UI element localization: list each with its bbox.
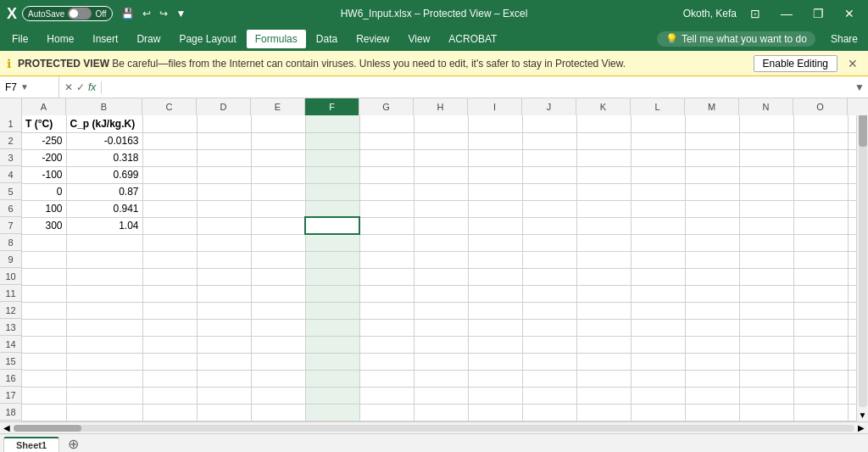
cell-O19[interactable] xyxy=(793,421,848,421)
cell-N6[interactable] xyxy=(739,200,793,217)
col-header-O[interactable]: O xyxy=(793,98,848,115)
cell-E12[interactable] xyxy=(251,302,305,319)
cell-E19[interactable] xyxy=(251,421,305,421)
cell-E18[interactable] xyxy=(251,404,305,421)
cell-F4[interactable] xyxy=(305,166,359,183)
cell-C17[interactable] xyxy=(142,387,197,404)
cell-C7[interactable] xyxy=(142,217,197,234)
col-header-B[interactable]: B xyxy=(66,98,142,115)
cell-A11[interactable] xyxy=(22,285,66,302)
cell-A16[interactable] xyxy=(22,370,66,387)
cell-B18[interactable] xyxy=(66,404,142,421)
row-header-2[interactable]: 2 xyxy=(0,132,21,149)
cell-N5[interactable] xyxy=(739,183,793,200)
cell-A5[interactable]: 0 xyxy=(22,183,66,200)
cell-M7[interactable] xyxy=(685,217,739,234)
share-button[interactable]: Share xyxy=(824,31,865,47)
enable-editing-button[interactable]: Enable Editing xyxy=(754,55,837,72)
cell-C2[interactable] xyxy=(142,132,197,149)
cell-C18[interactable] xyxy=(142,404,197,421)
cell-H14[interactable] xyxy=(414,336,468,353)
cell-F10[interactable] xyxy=(305,268,359,285)
cell-M16[interactable] xyxy=(685,370,739,387)
cell-F18[interactable] xyxy=(305,404,359,421)
cell-L2[interactable] xyxy=(631,132,685,149)
cell-F7[interactable] xyxy=(305,217,359,234)
cell-H19[interactable] xyxy=(414,421,468,421)
row-header-11[interactable]: 11 xyxy=(0,285,21,302)
cell-C9[interactable] xyxy=(142,251,197,268)
cell-D16[interactable] xyxy=(197,370,251,387)
cell-O10[interactable] xyxy=(793,268,848,285)
cell-I8[interactable] xyxy=(468,234,522,251)
cell-H5[interactable] xyxy=(414,183,468,200)
cell-D9[interactable] xyxy=(197,251,251,268)
cell-C10[interactable] xyxy=(142,268,197,285)
cell-K12[interactable] xyxy=(576,302,631,319)
cell-J14[interactable] xyxy=(522,336,576,353)
cell-M19[interactable] xyxy=(685,421,739,421)
cell-K3[interactable] xyxy=(576,149,631,166)
vertical-scrollbar[interactable]: ▲ ▼ xyxy=(856,115,868,421)
cell-O15[interactable] xyxy=(793,353,848,370)
cell-G17[interactable] xyxy=(359,387,414,404)
row-header-1[interactable]: 1 xyxy=(0,115,21,132)
cell-K10[interactable] xyxy=(576,268,631,285)
cell-G16[interactable] xyxy=(359,370,414,387)
cell-J1[interactable] xyxy=(522,115,576,132)
cell-E15[interactable] xyxy=(251,353,305,370)
cell-I1[interactable] xyxy=(468,115,522,132)
cell-N7[interactable] xyxy=(739,217,793,234)
cell-N2[interactable] xyxy=(739,132,793,149)
row-header-12[interactable]: 12 xyxy=(0,302,21,319)
scroll-left-button[interactable]: ◀ xyxy=(3,423,10,432)
cell-A10[interactable] xyxy=(22,268,66,285)
cell-L8[interactable] xyxy=(631,234,685,251)
cell-J9[interactable] xyxy=(522,251,576,268)
col-header-N[interactable]: N xyxy=(739,98,793,115)
row-header-7[interactable]: 7 xyxy=(0,217,21,234)
cell-B6[interactable]: 0.941 xyxy=(66,200,142,217)
cell-L14[interactable] xyxy=(631,336,685,353)
cell-B17[interactable] xyxy=(66,387,142,404)
cell-F5[interactable] xyxy=(305,183,359,200)
cell-F12[interactable] xyxy=(305,302,359,319)
cell-A3[interactable]: -200 xyxy=(22,149,66,166)
cell-H6[interactable] xyxy=(414,200,468,217)
cell-L6[interactable] xyxy=(631,200,685,217)
v-scroll-thumb[interactable] xyxy=(859,115,867,147)
cell-N1[interactable] xyxy=(739,115,793,132)
cell-C3[interactable] xyxy=(142,149,197,166)
cell-O2[interactable] xyxy=(793,132,848,149)
cell-I16[interactable] xyxy=(468,370,522,387)
cell-K16[interactable] xyxy=(576,370,631,387)
cell-I18[interactable] xyxy=(468,404,522,421)
cell-K13[interactable] xyxy=(576,319,631,336)
cell-N18[interactable] xyxy=(739,404,793,421)
cell-A12[interactable] xyxy=(22,302,66,319)
cell-M11[interactable] xyxy=(685,285,739,302)
cell-L7[interactable] xyxy=(631,217,685,234)
menu-home[interactable]: Home xyxy=(38,30,82,48)
cell-F3[interactable] xyxy=(305,149,359,166)
cell-E1[interactable] xyxy=(251,115,305,132)
cell-C11[interactable] xyxy=(142,285,197,302)
cell-D11[interactable] xyxy=(197,285,251,302)
cell-F19[interactable] xyxy=(305,421,359,421)
cell-H4[interactable] xyxy=(414,166,468,183)
cell-O6[interactable] xyxy=(793,200,848,217)
cell-C16[interactable] xyxy=(142,370,197,387)
cell-L13[interactable] xyxy=(631,319,685,336)
cell-I9[interactable] xyxy=(468,251,522,268)
cell-C1[interactable] xyxy=(142,115,197,132)
cell-E9[interactable] xyxy=(251,251,305,268)
cell-D18[interactable] xyxy=(197,404,251,421)
cell-A15[interactable] xyxy=(22,353,66,370)
cell-L19[interactable] xyxy=(631,421,685,421)
cell-H1[interactable] xyxy=(414,115,468,132)
cell-A18[interactable] xyxy=(22,404,66,421)
cell-B13[interactable] xyxy=(66,319,142,336)
cell-F13[interactable] xyxy=(305,319,359,336)
row-header-5[interactable]: 5 xyxy=(0,183,21,200)
cell-E13[interactable] xyxy=(251,319,305,336)
